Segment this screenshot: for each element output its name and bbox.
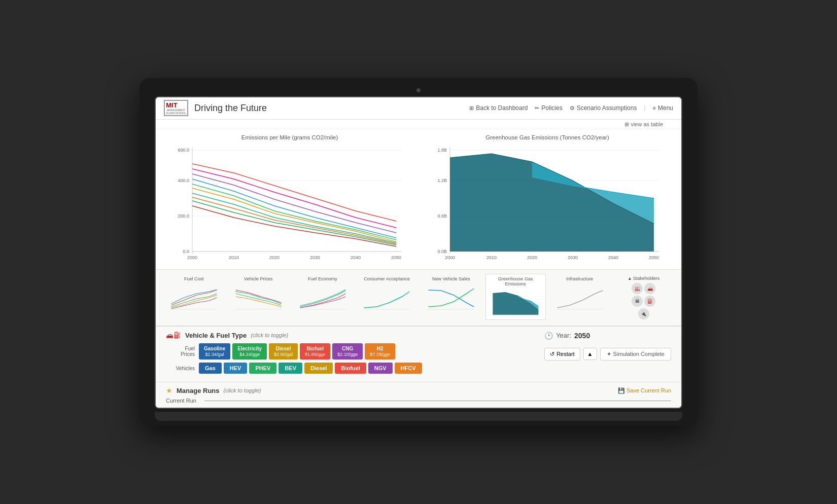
mini-chart-fuel-cost[interactable]: Fuel Cost <box>164 274 224 315</box>
save-current-run-label: Save Current Run <box>626 387 671 393</box>
current-run-row: Current Run <box>166 398 671 404</box>
year-display: 🕐 Year: 2050 <box>544 332 671 340</box>
laptop-camera <box>416 88 421 92</box>
vehicle-ngv-button[interactable]: NGV <box>368 363 393 374</box>
vehicle-hev-button[interactable]: HEV <box>224 363 248 374</box>
manage-runs-title: Manage Runs <box>177 387 220 394</box>
fuel-h2-button[interactable]: H2 $7.28/gge <box>365 343 395 360</box>
step-icon: ▲ <box>587 351 593 357</box>
header-nav: ⊞ Back to Dashboard ✏ Policies ⚙ Scenari… <box>469 104 673 112</box>
vehicles-label: Vehicles <box>166 366 199 371</box>
manage-runs-toggle-hint: (click to toggle) <box>224 387 261 393</box>
year-label: Year: <box>556 332 571 339</box>
view-table-label: view as table <box>631 121 663 127</box>
mini-chart-ghg-emissions-title: Greenhouse GasEmissions <box>488 276 543 287</box>
stakeholder-icon-1[interactable]: 🏭 <box>632 283 643 294</box>
svg-text:2050: 2050 <box>391 255 401 260</box>
stakeholders-panel: ▲ Stakeholders 🏭 🚗 🏛 ⛽ 🔌 <box>614 274 673 321</box>
mini-chart-new-vehicle-sales[interactable]: New Vehicle Sales <box>421 274 481 315</box>
current-run-label: Current Run <box>166 398 196 404</box>
charts-section: Emissions per Mile (grams CO2/mile) 600.… <box>156 129 681 270</box>
svg-text:2030: 2030 <box>568 255 578 260</box>
stakeholder-icon-4[interactable]: ⛽ <box>644 296 655 307</box>
save-current-run-link[interactable]: 💾 Save Current Run <box>618 387 671 394</box>
mini-chart-vehicle-prices-title: Vehicle Prices <box>231 276 286 282</box>
svg-text:1.8B: 1.8B <box>437 148 447 153</box>
policies-label: Policies <box>541 104 562 112</box>
svg-text:2000: 2000 <box>445 255 455 260</box>
stakeholder-icon-3[interactable]: 🏛 <box>632 296 643 307</box>
svg-text:2050: 2050 <box>649 255 659 260</box>
vehicle-diesel-button[interactable]: Diesel <box>304 363 333 374</box>
fuel-prices-row: FuelPrices Gasoline $2.34/gal Electricit… <box>166 343 534 360</box>
svg-text:2040: 2040 <box>608 255 618 260</box>
mit-logo: MIT MANAGEMENTSLOAN SCHOOL <box>164 100 188 116</box>
vehicle-gas-button[interactable]: Gas <box>199 363 222 374</box>
mit-logo-text: MIT <box>166 102 186 109</box>
mini-chart-ghg-emissions[interactable]: Greenhouse GasEmissions <box>485 274 546 320</box>
stakeholder-icon-2[interactable]: 🚗 <box>644 283 655 294</box>
vehicle-hfcv-button[interactable]: HFCV <box>395 363 422 374</box>
fuel-biofuel-button[interactable]: Biofuel $1.86/gge <box>300 343 330 360</box>
stakeholder-icon-5[interactable]: 🔌 <box>638 308 649 319</box>
scenario-assumptions-button[interactable]: ⚙ Scenario Assumptions <box>570 104 637 112</box>
step-button[interactable]: ▲ <box>583 348 597 360</box>
mini-chart-fuel-economy-title: Fuel Economy <box>295 276 351 282</box>
mini-chart-infrastructure[interactable]: Infrastructure <box>550 274 610 315</box>
fuel-cng-button[interactable]: CNG $2.10/gge <box>332 343 363 360</box>
gear-icon: ⚙ <box>570 105 575 112</box>
vehicle-biofuel-button[interactable]: Biofuel <box>335 363 366 374</box>
mini-chart-fuel-economy[interactable]: Fuel Economy <box>293 274 353 315</box>
vehicle-bev-button[interactable]: BEV <box>278 363 302 374</box>
fuel-diesel-button[interactable]: Diesel $2.90/gal <box>269 343 298 360</box>
svg-text:0.6B: 0.6B <box>437 213 447 219</box>
simulation-buttons: ↺ Restart ▲ ✦ Simulation Complete <box>544 348 671 361</box>
mini-chart-vehicle-prices[interactable]: Vehicle Prices <box>228 274 289 315</box>
table-icon: ⊞ <box>624 121 629 127</box>
stakeholder-icons-grid: 🏭 🚗 🏛 ⛽ 🔌 <box>626 283 661 319</box>
svg-text:2030: 2030 <box>310 255 320 260</box>
vehicle-buttons: Gas HEV PHEV BEV Diesel Biofuel NGV HFCV <box>199 363 422 374</box>
manage-runs-header: ★ Manage Runs (click to toggle) 💾 Save C… <box>166 386 671 394</box>
svg-text:2010: 2010 <box>486 255 497 260</box>
app-header: MIT MANAGEMENTSLOAN SCHOOL Driving the F… <box>156 97 681 120</box>
mit-logo-sub: MANAGEMENTSLOAN SCHOOL <box>166 109 186 115</box>
year-value: 2050 <box>574 332 590 340</box>
simulation-complete-button[interactable]: ✦ Simulation Complete <box>600 348 672 361</box>
view-as-table-link[interactable]: ⊞ view as table <box>614 120 673 128</box>
restart-label: Restart <box>556 351 574 357</box>
restart-button[interactable]: ↺ Restart <box>544 348 580 361</box>
mini-chart-consumer-acceptance[interactable]: Consumer Acceptance <box>357 274 417 315</box>
triangle-up-icon: ▲ <box>627 276 632 281</box>
menu-button[interactable]: ≡ Menu <box>653 104 673 112</box>
vehicle-phev-button[interactable]: PHEV <box>249 363 276 374</box>
back-to-dashboard-button[interactable]: ⊞ Back to Dashboard <box>469 104 528 112</box>
simulation-controls: 🕐 Year: 2050 ↺ Restart ▲ <box>544 332 671 361</box>
laptop-base <box>155 412 682 421</box>
vehicle-fuel-icon: 🚗⛽ <box>166 332 181 339</box>
greenhouse-gas-title: Greenhouse Gas Emissions (Tonnes CO2/yea… <box>424 134 671 140</box>
back-to-dashboard-label: Back to Dashboard <box>476 104 528 112</box>
scenario-assumptions-label: Scenario Assumptions <box>577 104 637 112</box>
sim-complete-icon: ✦ <box>607 351 611 357</box>
save-icon: 💾 <box>618 387 625 394</box>
fuel-electricity-button[interactable]: Electricity $4.24/gge <box>232 343 267 360</box>
fuel-buttons: Gasoline $2.34/gal Electricity $4.24/gge… <box>199 343 395 360</box>
fuel-gasoline-button[interactable]: Gasoline $2.34/gal <box>199 343 230 360</box>
star-icon: ★ <box>166 386 172 394</box>
greenhouse-gas-chart: Greenhouse Gas Emissions (Tonnes CO2/yea… <box>424 134 671 264</box>
emissions-per-mile-chart: Emissions per Mile (grams CO2/mile) 600.… <box>166 134 413 264</box>
sim-complete-label: Simulation Complete <box>613 351 665 357</box>
vehicles-row: Vehicles Gas HEV PHEV BEV Diesel Biofuel… <box>166 363 534 374</box>
emissions-per-mile-title: Emissions per Mile (grams CO2/mile) <box>166 134 413 140</box>
fuel-prices-label: FuelPrices <box>166 346 199 357</box>
policies-button[interactable]: ✏ Policies <box>535 104 562 112</box>
manage-runs-section: ★ Manage Runs (click to toggle) 💾 Save C… <box>156 382 681 408</box>
mini-charts-section: Fuel Cost Vehicle Prices <box>156 270 681 327</box>
controls-section: 🚗⛽ Vehicle & Fuel Type (click to toggle)… <box>156 327 681 383</box>
svg-text:2040: 2040 <box>351 255 361 260</box>
menu-label: Menu <box>658 104 673 112</box>
vehicle-fuel-title: Vehicle & Fuel Type <box>185 332 247 339</box>
svg-text:400.0: 400.0 <box>178 178 189 183</box>
svg-text:200.0: 200.0 <box>178 213 189 219</box>
